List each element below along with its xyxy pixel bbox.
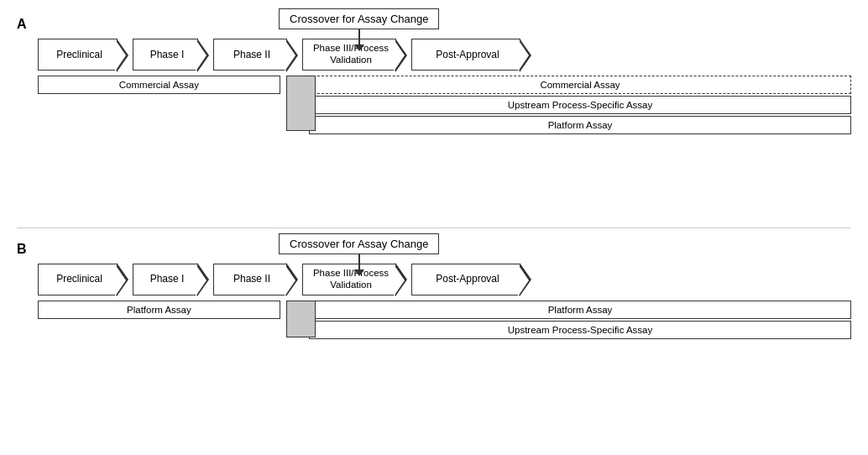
bar-row-commercial-left-a: Commercial Assay Commercial Assay — [38, 76, 851, 94]
crossover-container-a: Crossover for Assay Change — [279, 8, 439, 51]
crossover-arrow-a — [354, 44, 364, 51]
crossover-container-b: Crossover for Assay Change — [279, 233, 439, 276]
crossover-gray-col-a — [286, 76, 316, 131]
arrow-phase1-a: Phase I — [133, 39, 198, 71]
arrow-row-b: Preclinical Phase I Phase II Phase III/P… — [38, 264, 851, 295]
bars-area-b: Platform Assay Platform Assay Upstream P… — [38, 301, 851, 339]
section-divider — [17, 228, 851, 228]
crossover-box-b: Crossover for Assay Change — [279, 233, 439, 254]
arrow-phase2-b: Phase II — [213, 264, 287, 295]
bar-upstream-b: Upstream Process-Specific Assay — [309, 321, 851, 339]
arrow-row-a: Preclinical Phase I Phase II Phase III/P… — [38, 39, 851, 71]
crossover-arrow-b — [354, 269, 364, 276]
bar-row-upstream-a: Upstream Process-Specific Assay — [38, 96, 851, 114]
bar-upstream-a: Upstream Process-Specific Assay — [309, 96, 851, 114]
bar-commercial-right-a: Commercial Assay — [309, 76, 851, 94]
section-a-label: A — [17, 17, 27, 32]
section-a: A Crossover for Assay Change Preclinical… — [17, 8, 851, 222]
bars-area-a: Commercial Assay Commercial Assay Upstre… — [38, 76, 851, 134]
bar-row-platform-a: Platform Assay — [38, 116, 851, 134]
bar-platform-right-b: Platform Assay — [309, 301, 851, 319]
section-b-label: B — [17, 242, 27, 257]
crossover-box-a: Crossover for Assay Change — [279, 8, 439, 29]
bar-row-platform-left-b: Platform Assay Platform Assay — [38, 301, 851, 319]
arrow-preclinical-a: Preclinical — [38, 39, 118, 71]
bar-commercial-left-a: Commercial Assay — [38, 76, 280, 94]
crossover-line-b — [358, 254, 360, 269]
bar-platform-a: Platform Assay — [309, 116, 851, 134]
arrow-preclinical-b: Preclinical — [38, 264, 118, 295]
section-b: B Crossover for Assay Change Preclinical… — [17, 233, 851, 447]
arrow-phase1-b: Phase I — [133, 264, 198, 295]
bar-platform-left-b: Platform Assay — [38, 301, 280, 319]
crossover-line-a — [358, 29, 360, 44]
diagram-container: A Crossover for Assay Change Preclinical… — [0, 0, 868, 455]
arrow-phase2-a: Phase II — [213, 39, 287, 71]
bar-row-upstream-b: Upstream Process-Specific Assay — [38, 321, 851, 339]
crossover-gray-col-b — [286, 301, 316, 337]
